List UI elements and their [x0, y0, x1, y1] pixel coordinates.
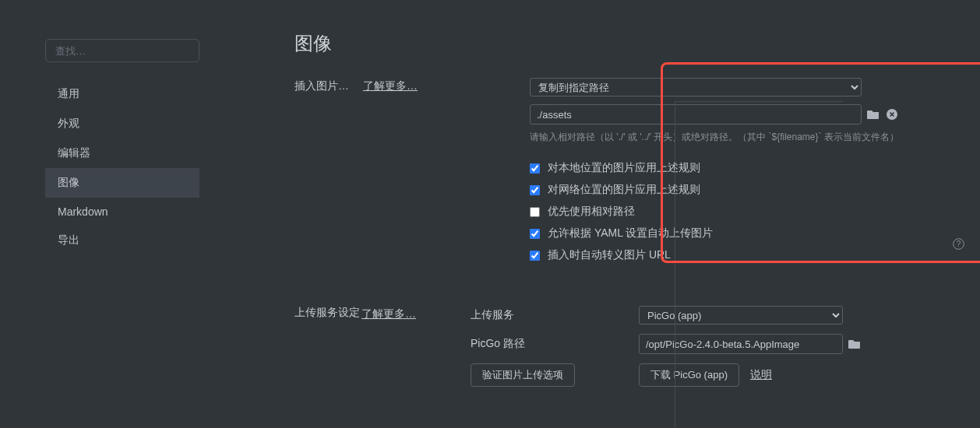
- checkbox-network-images-input[interactable]: [530, 185, 540, 195]
- checkbox-local-images-input[interactable]: [530, 163, 540, 174]
- search-input[interactable]: [45, 39, 199, 62]
- help-icon[interactable]: ?: [953, 238, 964, 252]
- upload-section-label: 上传服务设定: [294, 304, 360, 318]
- sidebar: 通用 外观 编辑器 图像 Markdown 导出: [0, 0, 203, 428]
- sidebar-item-general[interactable]: 通用: [45, 79, 199, 109]
- picgo-path-label: PicGo 路径: [471, 337, 639, 351]
- insert-action-select[interactable]: 复制到指定路径: [530, 78, 862, 96]
- insert-learn-more-link[interactable]: 了解更多…: [363, 78, 418, 93]
- folder-icon[interactable]: [848, 337, 862, 351]
- checkbox-escape-url-input[interactable]: [530, 251, 540, 261]
- verify-upload-button[interactable]: 验证图片上传选项: [471, 363, 575, 387]
- page-title: 图像: [294, 31, 980, 56]
- sidebar-item-editor[interactable]: 编辑器: [45, 139, 199, 168]
- upload-learn-more-link[interactable]: 了解更多…: [361, 306, 416, 396]
- checkbox-yaml-upload-input[interactable]: [530, 229, 540, 239]
- sidebar-item-image[interactable]: 图像: [45, 168, 199, 198]
- checkbox-relative-path-input[interactable]: [530, 207, 540, 217]
- insert-image-label: 插入图片时…: [294, 78, 357, 93]
- svg-text:?: ?: [957, 240, 961, 248]
- clear-icon[interactable]: [885, 107, 899, 121]
- main-content: 图像 插入图片时… 了解更多… 复制到指定路径 请输入相对路径（以 './': [203, 0, 980, 428]
- panel-divider: [675, 101, 843, 428]
- sidebar-item-export[interactable]: 导出: [45, 226, 199, 255]
- sidebar-item-appearance[interactable]: 外观: [45, 109, 199, 139]
- upload-service-label: 上传服务: [471, 308, 639, 322]
- checkbox-relative-path-label: 优先使用相对路径: [548, 205, 635, 219]
- sidebar-item-markdown[interactable]: Markdown: [45, 198, 199, 226]
- checkbox-escape-url-label: 插入时自动转义图片 URL: [548, 248, 671, 262]
- folder-icon[interactable]: [866, 107, 880, 121]
